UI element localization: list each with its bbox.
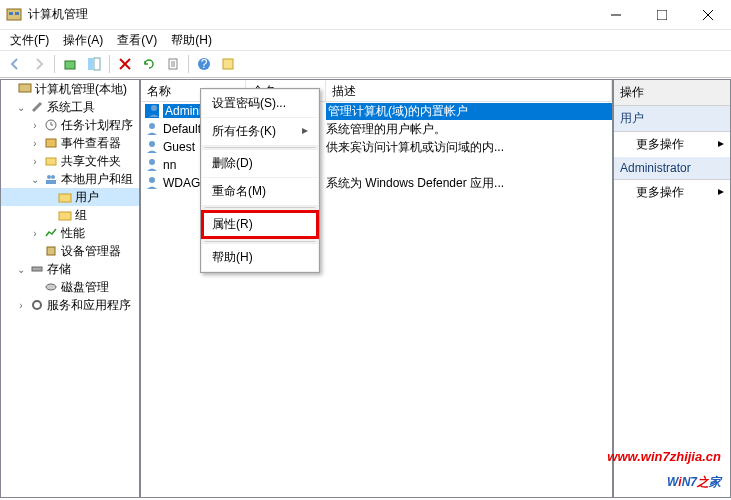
svg-rect-2: [15, 12, 19, 15]
actions-more-1[interactable]: 更多操作 ▸: [614, 132, 730, 157]
folder-icon: [57, 207, 73, 223]
cm-all-tasks[interactable]: 所有任务(K): [202, 118, 318, 145]
cm-set-password[interactable]: 设置密码(S)...: [202, 90, 318, 117]
cm-help[interactable]: 帮助(H): [202, 244, 318, 271]
storage-icon: [29, 261, 45, 277]
properties-button[interactable]: [217, 53, 239, 75]
svg-rect-22: [46, 180, 56, 184]
svg-point-27: [46, 284, 56, 290]
help-button[interactable]: ?: [193, 53, 215, 75]
toolbar: ?: [0, 50, 731, 78]
menu-view[interactable]: 查看(V): [111, 30, 163, 51]
minimize-button[interactable]: [593, 0, 639, 30]
computer-icon: [17, 81, 33, 97]
tree-shared-folders[interactable]: ›共享文件夹: [1, 152, 139, 170]
user-icon: [145, 122, 159, 136]
share-icon: [43, 153, 59, 169]
svg-rect-9: [94, 58, 100, 70]
close-button[interactable]: [685, 0, 731, 30]
menu-file[interactable]: 文件(F): [4, 30, 55, 51]
titlebar: 计算机管理: [0, 0, 731, 30]
svg-point-29: [151, 105, 157, 111]
svg-rect-8: [88, 58, 93, 70]
tree-device-manager[interactable]: 设备管理器: [1, 242, 139, 260]
tree-performance[interactable]: ›性能: [1, 224, 139, 242]
menu-help[interactable]: 帮助(H): [165, 30, 218, 51]
svg-point-33: [149, 177, 155, 183]
tree-storage[interactable]: ⌄存储: [1, 260, 139, 278]
maximize-button[interactable]: [639, 0, 685, 30]
back-button[interactable]: [4, 53, 26, 75]
svg-point-21: [51, 175, 55, 179]
user-icon: [145, 176, 159, 190]
show-hide-button[interactable]: [83, 53, 105, 75]
svg-rect-25: [47, 247, 55, 255]
svg-rect-1: [9, 12, 13, 15]
app-icon: [6, 7, 22, 23]
svg-rect-18: [46, 139, 56, 147]
menu-action[interactable]: 操作(A): [57, 30, 109, 51]
clock-icon: [43, 117, 59, 133]
svg-rect-24: [59, 212, 71, 220]
svg-rect-19: [46, 158, 56, 165]
col-desc[interactable]: 描述: [326, 80, 612, 101]
svg-point-20: [47, 175, 51, 179]
tree-task-scheduler[interactable]: ›任务计划程序: [1, 116, 139, 134]
refresh-button[interactable]: [138, 53, 160, 75]
forward-button[interactable]: [28, 53, 50, 75]
user-icon: [145, 104, 159, 118]
disk-icon: [43, 279, 59, 295]
svg-text:?: ?: [201, 57, 208, 71]
cm-separator: [205, 147, 315, 148]
cm-rename[interactable]: 重命名(M): [202, 178, 318, 205]
actions-section-admin: Administrator: [614, 157, 730, 180]
cm-separator: [205, 207, 315, 208]
tree-event-viewer[interactable]: ›事件查看器: [1, 134, 139, 152]
tree-groups[interactable]: 组: [1, 206, 139, 224]
svg-rect-26: [32, 267, 42, 271]
svg-rect-16: [19, 84, 31, 92]
actions-header: 操作: [614, 80, 730, 106]
tree-system-tools[interactable]: ⌄系统工具: [1, 98, 139, 116]
svg-rect-15: [223, 59, 233, 69]
svg-point-32: [149, 159, 155, 165]
tools-icon: [29, 99, 45, 115]
export-button[interactable]: [162, 53, 184, 75]
cm-delete[interactable]: 删除(D): [202, 150, 318, 177]
users-icon: [43, 171, 59, 187]
svg-rect-7: [65, 61, 75, 69]
tree-root[interactable]: 计算机管理(本地): [1, 80, 139, 98]
actions-pane: 操作 用户 更多操作 ▸ Administrator 更多操作 ▸: [613, 79, 731, 498]
watermark: www.win7zhijia.cn WiN7之家: [607, 449, 721, 492]
tree-pane: 计算机管理(本地) ⌄系统工具 ›任务计划程序 ›事件查看器 ›共享文件夹 ⌄本…: [0, 79, 140, 498]
cm-properties[interactable]: 属性(R): [201, 210, 319, 239]
actions-section-users: 用户: [614, 106, 730, 132]
watermark-url: www.win7zhijia.cn: [607, 449, 721, 464]
device-icon: [43, 243, 59, 259]
tree-local-users-groups[interactable]: ⌄本地用户和组: [1, 170, 139, 188]
window-title: 计算机管理: [28, 6, 593, 23]
context-menu: 设置密码(S)... 所有任务(K) 删除(D) 重命名(M) 属性(R) 帮助…: [200, 88, 320, 273]
user-icon: [145, 158, 159, 172]
delete-button[interactable]: [114, 53, 136, 75]
watermark-logo: WiN7之家: [607, 464, 721, 492]
services-icon: [29, 297, 45, 313]
user-icon: [145, 140, 159, 154]
svg-point-28: [33, 301, 41, 309]
svg-rect-23: [59, 194, 71, 202]
tree-users[interactable]: 用户: [1, 188, 139, 206]
perf-icon: [43, 225, 59, 241]
svg-rect-4: [657, 10, 667, 20]
event-icon: [43, 135, 59, 151]
svg-point-30: [149, 123, 155, 129]
cm-separator: [205, 241, 315, 242]
up-button[interactable]: [59, 53, 81, 75]
folder-icon: [57, 189, 73, 205]
svg-point-31: [149, 141, 155, 147]
tree-disk-management[interactable]: 磁盘管理: [1, 278, 139, 296]
tree-services-apps[interactable]: ›服务和应用程序: [1, 296, 139, 314]
actions-more-2[interactable]: 更多操作 ▸: [614, 180, 730, 205]
menubar: 文件(F) 操作(A) 查看(V) 帮助(H): [0, 30, 731, 50]
